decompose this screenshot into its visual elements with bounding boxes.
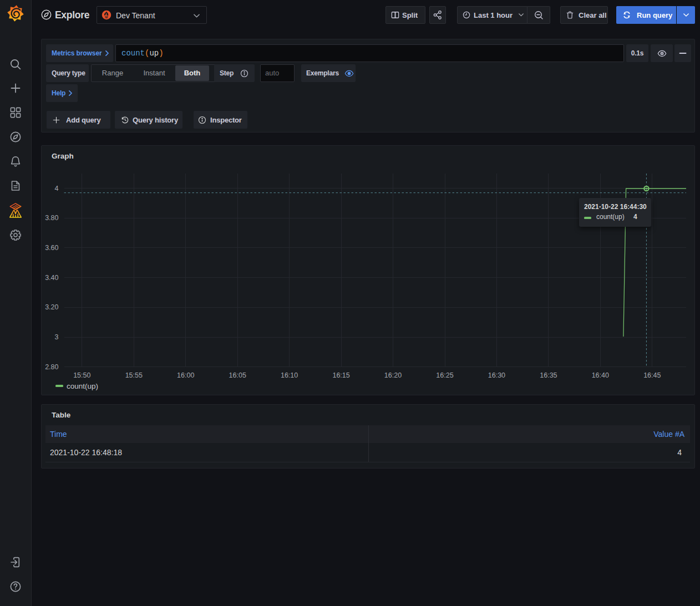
svg-text:16:15: 16:15 (332, 371, 349, 379)
svg-text:16:35: 16:35 (540, 371, 557, 379)
svg-text:16:05: 16:05 (229, 371, 246, 379)
svg-text:16:25: 16:25 (436, 371, 453, 379)
svg-text:3.20: 3.20 (45, 303, 58, 311)
svg-text:16:20: 16:20 (384, 371, 402, 379)
svg-text:16:40: 16:40 (592, 371, 609, 379)
svg-text:3.80: 3.80 (45, 214, 58, 222)
svg-text:15:55: 15:55 (125, 371, 143, 379)
svg-text:16:45: 16:45 (643, 371, 661, 379)
svg-text:16:10: 16:10 (281, 371, 298, 379)
svg-text:3: 3 (55, 333, 59, 341)
svg-text:count(up): count(up) (67, 382, 98, 390)
svg-text:15:50: 15:50 (73, 371, 90, 379)
svg-text:16:30: 16:30 (488, 371, 505, 379)
svg-text:2.80: 2.80 (45, 363, 58, 371)
svg-text:3.40: 3.40 (45, 274, 58, 282)
svg-text:16:00: 16:00 (177, 371, 194, 379)
svg-text:3.60: 3.60 (45, 244, 58, 252)
svg-text:4: 4 (55, 185, 59, 192)
